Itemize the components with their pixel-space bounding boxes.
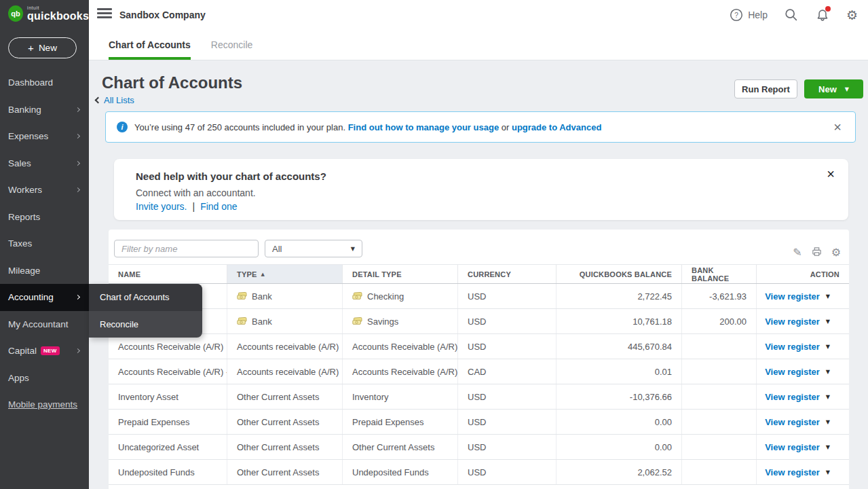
sidebar-item-reports[interactable]: Reports <box>0 204 89 231</box>
cell-name: Inventory Asset <box>109 384 227 409</box>
view-register-link[interactable]: View register <box>765 291 820 302</box>
table-header-row: NAMETYPE▲DETAIL TYPECURRENCYQUICKBOOKS B… <box>109 264 849 284</box>
filter-by-name-input[interactable] <box>114 240 259 257</box>
view-register-link[interactable]: View register <box>765 316 820 327</box>
flyout-item-reconcile[interactable]: Reconcile <box>89 311 202 338</box>
cell-text: USD <box>468 392 486 402</box>
new-account-label: New <box>818 84 837 94</box>
table-toolbar: ✎ ⚙ <box>793 246 841 259</box>
sidebar-item-accounting[interactable]: Accounting <box>0 284 89 311</box>
print-icon[interactable] <box>811 246 823 259</box>
help-button[interactable]: ? Help <box>729 7 768 22</box>
column-header-type[interactable]: TYPE▲ <box>227 265 343 283</box>
chevron-right-icon <box>75 134 80 139</box>
view-register-link[interactable]: View register <box>765 392 820 402</box>
sidebar-item-apps[interactable]: Apps <box>0 365 89 392</box>
back-chevron-icon <box>95 97 102 104</box>
cell-type: Other Current Assets <box>227 384 343 409</box>
table-rows: BankCheckingUSD2,722.45-3,621.93View reg… <box>109 284 849 489</box>
select-caret-icon: ▼ <box>351 246 355 252</box>
sidebar-item-mileage[interactable]: Mileage <box>0 257 89 285</box>
action-dropdown-caret-icon[interactable]: ▼ <box>826 419 830 425</box>
cell-action: View register▼ <box>757 384 849 409</box>
cell-action: View register▼ <box>757 460 849 484</box>
find-one-link[interactable]: Find one <box>200 201 237 212</box>
run-report-button[interactable]: Run Report <box>734 79 797 98</box>
tab-reconcile[interactable]: Reconcile <box>211 30 252 60</box>
sidebar-item-sales[interactable]: Sales <box>0 150 89 177</box>
new-account-button[interactable]: New ▼ <box>804 79 863 98</box>
banner-close-icon[interactable]: × <box>831 120 844 134</box>
view-register-link[interactable]: View register <box>765 467 820 477</box>
column-header-action[interactable]: ACTION <box>757 265 849 283</box>
action-dropdown-caret-icon[interactable]: ▼ <box>826 344 830 350</box>
help-card-close-icon[interactable]: × <box>827 167 835 181</box>
invite-yours-link[interactable]: Invite yours. <box>136 201 187 212</box>
hamburger-menu-icon[interactable] <box>97 8 112 20</box>
usage-banner-text: You’re using 47 of 250 accounts included… <box>134 122 601 132</box>
view-register-link[interactable]: View register <box>765 342 820 352</box>
sidebar-item-banking[interactable]: Banking <box>0 96 89 124</box>
column-header-bank-balance[interactable]: BANK BALANCE <box>682 265 757 283</box>
sidebar-item-label: Mobile payments <box>8 399 77 410</box>
column-header-quickbooks-balance[interactable]: QUICKBOOKS BALANCE <box>556 265 682 283</box>
sidebar-new-button[interactable]: + New <box>8 37 77 58</box>
cell-text: Accounts Receivable (A/R) <box>118 342 223 352</box>
search-icon[interactable] <box>784 7 799 22</box>
cell-text: Accounts receivable (A/R) <box>237 367 339 377</box>
action-dropdown-caret-icon[interactable]: ▼ <box>826 319 830 325</box>
column-header-currency[interactable]: CURRENCY <box>458 265 556 283</box>
sidebar-item-label: Expenses <box>8 131 48 141</box>
action-dropdown-caret-icon[interactable]: ▼ <box>826 394 830 400</box>
sidebar-item-label: Taxes <box>8 238 32 249</box>
chevron-right-icon <box>75 187 80 192</box>
column-header-detail-type[interactable]: DETAIL TYPE <box>343 265 458 283</box>
new-dropdown-caret-icon[interactable]: ▼ <box>845 86 849 92</box>
notification-dot <box>825 6 831 12</box>
cell-text: 445,670.84 <box>628 342 672 352</box>
flyout-item-chart-of-accounts[interactable]: Chart of Accounts <box>89 284 202 311</box>
cell-text: Undeposited Funds <box>352 467 429 477</box>
top-bar: Sandbox Company ? Help ⚙ <box>89 0 868 30</box>
cell-bank-balance <box>682 384 757 409</box>
tab-chart-of-accounts[interactable]: Chart of Accounts <box>109 30 191 60</box>
type-filter-select[interactable]: All ▼ <box>265 240 362 257</box>
sidebar-item-my-accountant[interactable]: My Accountant <box>0 311 89 338</box>
sidebar-item-workers[interactable]: Workers <box>0 177 89 204</box>
help-card-links: Invite yours. | Find one <box>136 201 837 212</box>
column-header-label: QUICKBOOKS BALANCE <box>580 270 672 278</box>
sidebar-item-mobile-payments[interactable]: Mobile payments <box>0 391 89 418</box>
view-register-link[interactable]: View register <box>765 417 820 427</box>
sidebar-item-dashboard[interactable]: Dashboard <box>0 69 89 96</box>
manage-usage-link[interactable]: Find out how to manage your usage <box>348 122 499 132</box>
chevron-right-icon <box>75 107 80 112</box>
cell-type: Bank <box>227 284 343 308</box>
sidebar-item-expenses[interactable]: Expenses <box>0 123 89 150</box>
action-dropdown-caret-icon[interactable]: ▼ <box>826 469 830 475</box>
sidebar-item-taxes[interactable]: Taxes <box>0 230 89 257</box>
action-dropdown-caret-icon[interactable]: ▼ <box>826 444 830 450</box>
column-header-label: DETAIL TYPE <box>352 270 402 278</box>
all-lists-link[interactable]: All Lists <box>96 95 134 105</box>
column-header-name[interactable]: NAME <box>109 265 227 283</box>
action-dropdown-caret-icon[interactable]: ▼ <box>826 293 830 300</box>
cell-text: -3,621.93 <box>709 291 747 302</box>
view-register-link[interactable]: View register <box>765 442 820 452</box>
cell-action: View register▼ <box>757 284 849 308</box>
sidebar-menu: DashboardBankingExpensesSalesWorkersRepo… <box>0 69 89 418</box>
view-register-link[interactable]: View register <box>765 367 820 377</box>
settings-gear-icon[interactable]: ⚙ <box>846 7 861 22</box>
notifications-bell-icon[interactable] <box>815 7 830 22</box>
sidebar-item-capital[interactable]: CapitalNEW <box>0 338 89 365</box>
cell-qb-balance: 0.00 <box>556 410 682 434</box>
cell-name: Uncategorized Asset <box>109 435 227 459</box>
action-dropdown-caret-icon[interactable]: ▼ <box>826 369 830 375</box>
upgrade-link[interactable]: upgrade to Advanced <box>512 122 601 132</box>
cell-type: Accounts receivable (A/R) <box>227 359 343 384</box>
table-settings-gear-icon[interactable]: ⚙ <box>831 247 841 258</box>
intuit-label: intuit <box>27 5 89 10</box>
sidebar-item-label: My Accountant <box>8 319 69 329</box>
page-title: Chart of Accounts <box>102 73 242 92</box>
table-row: Uncategorized AssetOther Current AssetsO… <box>109 435 849 460</box>
edit-pencil-icon[interactable]: ✎ <box>793 247 801 258</box>
